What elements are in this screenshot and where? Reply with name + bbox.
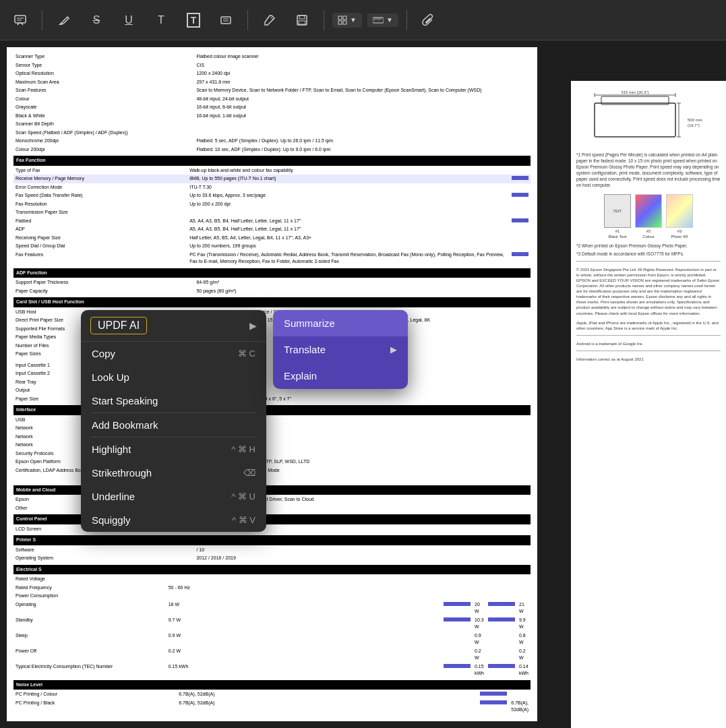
electrical-table: Rated Voltage Rated Frequency50 - 60 Hz … xyxy=(13,575,531,678)
pen-icon[interactable] xyxy=(51,7,78,34)
pc-printing-colour-label: PC Printing / Colour xyxy=(13,690,177,699)
printer-software-header: Printer S xyxy=(13,535,531,545)
underline-toolbar-icon[interactable]: U xyxy=(115,7,142,34)
strikethrough-toolbar-icon[interactable]: S xyxy=(83,7,110,34)
grayscale-value: 16-bit input, 8-bit output xyxy=(194,103,531,112)
spec-note-1: *1 Print speed (Pages Per Minute) is cal… xyxy=(576,152,721,189)
squiggly-label: Squiggly xyxy=(92,514,131,526)
error-correction-label: Error Correction Mode xyxy=(13,183,187,192)
underline-shortcut: ^ ⌘ U xyxy=(231,491,255,502)
colour-label: Colour xyxy=(13,95,194,104)
legal-divider-3 xyxy=(576,351,721,351)
svg-text:500 mm: 500 mm xyxy=(688,118,702,122)
pc-printing-black-value: 6.7B(A), 52dB(A) xyxy=(177,699,478,715)
scan-speed-value xyxy=(194,129,531,138)
text-bold-toolbar-icon[interactable]: T xyxy=(180,7,207,34)
updf-ai-label: UPDF AI xyxy=(90,317,147,334)
scanner-type-label: Scanner Type xyxy=(13,53,194,61)
pencil-toolbar-icon[interactable] xyxy=(256,7,283,34)
toolbar: S U T T ▼ xyxy=(0,0,726,40)
summarize-label: Summarize xyxy=(284,317,335,329)
svg-rect-10 xyxy=(299,21,305,24)
highlight-label: Highlight xyxy=(92,444,131,455)
adf2-label: ADF xyxy=(13,225,187,234)
rated-freq-label: Rated Frequency xyxy=(13,584,167,593)
svg-line-7 xyxy=(270,17,273,20)
sample-1-img: TEXT xyxy=(604,194,631,228)
strikethrough-menu-item[interactable]: Strikethrough ⌫ xyxy=(81,461,266,485)
highlight-menu-item[interactable]: Highlight ^ ⌘ H xyxy=(81,437,266,461)
info-date: Information correct as at August 2021 xyxy=(576,357,721,362)
scan-features-value: Scan to Memory Device, Scan to Network F… xyxy=(194,86,531,95)
separator-2 xyxy=(247,10,248,30)
explain-item[interactable]: Explain xyxy=(273,363,408,389)
fax-features-label: Fax Features xyxy=(13,251,187,266)
paper-thickness-label: Support Paper Thickness xyxy=(13,278,194,287)
underline-label: Underline xyxy=(92,491,135,502)
speed-dial-label: Speed Dial / Group Dial xyxy=(13,242,187,251)
receive-memory-value: 8MB, Up to 550 pages (ITU-T No.1 chart) xyxy=(187,175,510,183)
sample-3: #3 Photo 4R xyxy=(666,194,693,239)
error-correction-value: ITU-T T.30 xyxy=(187,183,510,192)
svg-rect-20 xyxy=(595,103,675,137)
sleep-label: Sleep xyxy=(13,632,167,647)
sample-3-img xyxy=(666,194,693,228)
grayscale-label: Grayscale xyxy=(13,103,194,112)
translate-item[interactable]: Translate ▶ xyxy=(273,336,408,363)
trans-paper-size-label: Transmission Paper Size xyxy=(13,208,187,217)
separator-1 xyxy=(42,10,42,30)
flatbed-label: Flatbed xyxy=(13,217,187,226)
translate-arrow-icon: ▶ xyxy=(390,344,397,355)
view-combo-arrow: ▼ xyxy=(350,16,357,24)
view-combo[interactable]: ▼ xyxy=(332,13,362,28)
fax-function-header: Fax Function xyxy=(13,156,531,166)
comment-icon[interactable] xyxy=(7,7,34,34)
svg-rect-11 xyxy=(338,16,342,20)
speed-dial-value: Up to 200 numbers, 199 groups xyxy=(187,242,510,251)
updf-ai-arrow-icon: ▶ xyxy=(249,320,257,331)
svg-text:(19.7"): (19.7") xyxy=(688,123,700,127)
add-bookmark-menu-item[interactable]: Add Bookmark xyxy=(81,413,266,437)
svg-rect-15 xyxy=(373,18,384,23)
fax-res-value: Up to 200 x 200 dpi xyxy=(187,200,510,209)
spec-note-3: *3 Default mode in accordance with ISO77… xyxy=(576,251,721,257)
ruler-combo[interactable]: ▼ xyxy=(367,13,398,27)
underline-menu-item[interactable]: Underline ^ ⌘ U xyxy=(81,485,266,508)
paperclip-icon[interactable] xyxy=(415,7,442,34)
separator-3 xyxy=(324,10,324,30)
ruler-combo-arrow: ▼ xyxy=(386,16,393,24)
fax-type-value: Walk-up black-and-white and colour fax c… xyxy=(187,166,510,175)
strikethrough-shortcut: ⌫ xyxy=(243,468,255,478)
pc-printing-colour-value: 6.7B(A), 52dB(A) xyxy=(177,690,478,699)
look-up-menu-item[interactable]: Look Up xyxy=(81,365,266,389)
colour2-value: Flatbed: 10 sec, ADF (Simplex / Duplex):… xyxy=(194,146,531,154)
recv-paper-size-value: Half Letter, A5, B5, A4, Letter, Legal, … xyxy=(187,234,510,243)
svg-rect-12 xyxy=(343,16,346,20)
software-label: Software xyxy=(13,546,194,555)
operating-label: Operating xyxy=(13,601,167,616)
summarize-item[interactable]: Summarize xyxy=(273,310,408,336)
adf-function-header: ADF Function xyxy=(13,268,531,278)
mono-value: Flatbed: 5 sec, ADF (Simplex / Duplex): … xyxy=(194,137,531,146)
svg-rect-4 xyxy=(221,17,231,24)
updf-ai-menu-item[interactable]: UPDF AI ▶ xyxy=(81,310,266,342)
summarize-popup-wrapper: Summarize Translate ▶ Explain xyxy=(273,310,408,389)
strikethrough-label: Strikethrough xyxy=(92,467,152,479)
text-toolbar-icon[interactable]: T xyxy=(148,7,175,34)
svg-rect-14 xyxy=(343,21,346,24)
paper-thickness-value: 64-95 g/m² xyxy=(194,278,531,287)
dimension-diagram: 515 mm (20.3") 500 mm (19.7") xyxy=(576,86,721,148)
start-speaking-menu-item[interactable]: Start Speaking xyxy=(81,389,266,413)
paper-capacity-value: 50 pages (80 g/m²) xyxy=(194,287,531,296)
legal-divider-2 xyxy=(576,335,721,336)
flatbed-value: A5, A4, A3, B5, B4, Half Letter, Letter,… xyxy=(187,217,510,226)
sample-2-type: Colour xyxy=(635,235,662,239)
sample-1-label: #1 xyxy=(604,229,631,233)
sample-2: #2 Colour xyxy=(635,194,662,239)
sample-2-label: #2 xyxy=(635,229,662,233)
squiggly-menu-item[interactable]: Squiggly ^ ⌘ V xyxy=(81,508,266,532)
list-toolbar-icon[interactable] xyxy=(212,7,239,34)
save-toolbar-icon[interactable] xyxy=(289,7,315,34)
copy-menu-item[interactable]: Copy ⌘ C xyxy=(81,342,266,365)
legal-text: © 2021 Epson Singapore Pte Ltd. All Righ… xyxy=(576,267,721,316)
